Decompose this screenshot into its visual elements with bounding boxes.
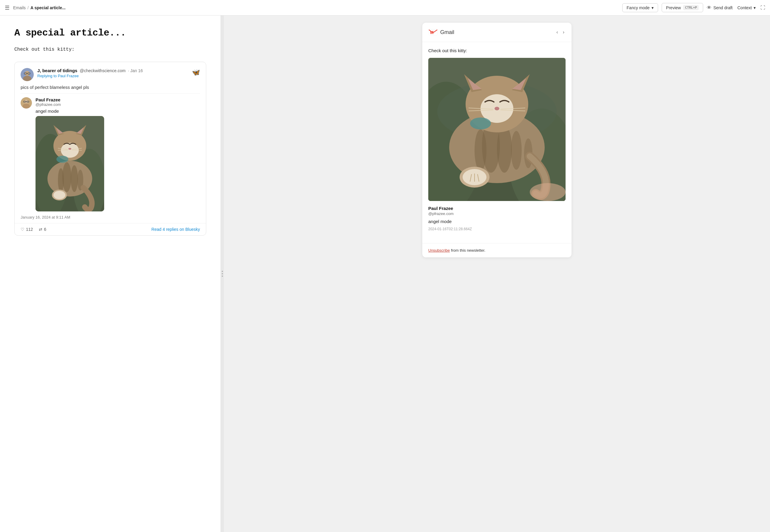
email-post-author: Paul Frazee [428,206,565,211]
outer-tweet-text: pics of perfect blameless angel pls [15,85,206,93]
main-layout: A special article... Check out this kitt… [0,16,770,532]
embed-cat-image [35,116,104,211]
svg-point-65 [470,117,491,129]
email-cat-image [428,58,565,201]
context-label: Context [737,5,752,10]
outer-date: · Jan 16 [128,68,143,73]
nested-meta: Paul Frazee @pfrazee.com angel mode [35,97,200,211]
repost-icon: ⇄ [39,227,42,232]
email-post-timestamp: 2024-01-16T02:11:28.664Z [428,227,565,231]
top-bar: ☰ Emails / A special article... Fancy mo… [0,0,770,16]
article-title[interactable]: A special article... [14,27,206,38]
tweet-meta: J, bearer of tidings @checkwithscience.c… [37,68,188,81]
svg-point-66 [530,183,565,201]
nav-arrows: ‹ › [555,28,565,36]
footer-text: from this newsletter. [450,248,485,253]
embed-card: J, bearer of tidings @checkwithscience.c… [14,62,206,236]
context-button[interactable]: Context ▾ [737,5,756,10]
svg-point-27 [68,148,71,150]
breadcrumb-emails[interactable]: Emails [13,5,26,10]
divider-dot [222,276,223,277]
outer-avatar [21,68,34,81]
eye-icon: 👁 [707,5,712,10]
svg-point-33 [53,191,65,199]
menu-icon[interactable]: ☰ [5,4,10,11]
divider-dot [222,271,223,272]
divider-dots [222,271,223,277]
preview-panel: M Gmail ‹ › Check out this kitty: [224,16,770,532]
svg-point-34 [56,156,68,163]
reposts-stat: ⇄ 6 [39,227,46,232]
bluesky-butterfly-icon: 🦋 [192,69,200,76]
next-arrow[interactable]: › [562,28,565,36]
context-chevron-icon: ▾ [754,5,756,10]
inner-avatar [21,97,32,109]
inner-author: Paul Frazee [35,97,200,102]
gmail-logo-row: M Gmail [428,27,454,37]
likes-stat: ♡ 112 [21,227,33,232]
preview-shortcut: CTRL+P [683,5,699,10]
email-post-handle: @pfrazee.com [428,211,565,216]
nested-reply: Paul Frazee @pfrazee.com angel mode [21,93,200,211]
tweet-author-row: J, bearer of tidings @checkwithscience.c… [37,68,188,73]
svg-line-29 [58,150,68,150]
gmail-logo-icon: M [428,27,438,37]
preview-label: Preview [666,5,681,10]
tweet-reply-to: Replying to Paul Frazee [37,74,188,78]
fancy-mode-label: Fancy mode [627,5,650,10]
outer-author: J, bearer of tidings [37,68,77,73]
heart-icon: ♡ [21,227,24,232]
article-intro[interactable]: Check out this kitty: [14,47,206,52]
svg-text:M: M [430,30,434,35]
breadcrumb-current: A special article... [30,5,66,10]
outer-handle: @checkwithscience.com [80,68,126,73]
embed-stats: ♡ 112 ⇄ 6 Read 4 replies on Bluesky [15,223,206,235]
gmail-label: Gmail [440,29,454,35]
fancy-mode-button[interactable]: Fancy mode ▾ [622,3,658,12]
read-replies-link[interactable]: Read 4 replies on Bluesky [151,227,200,232]
unsubscribe-link[interactable]: Unsubscribe [428,248,450,253]
email-footer: Unsubscribe from this newsletter. [422,243,571,257]
inner-handle: @pfrazee.com [35,102,200,107]
prev-arrow[interactable]: ‹ [555,28,559,36]
svg-point-19 [58,168,64,192]
likes-count: 112 [26,227,33,232]
right-actions: 👁 Send draft Context ▾ ⛶ [707,5,765,10]
svg-line-31 [72,150,82,150]
svg-point-18 [71,165,78,192]
divider-dot [222,273,223,274]
reposts-count: 6 [44,227,46,232]
email-post-text: angel mode [428,219,565,224]
preview-button[interactable]: Preview CTRL+P [662,3,704,12]
svg-point-46 [474,129,486,171]
email-header: M Gmail ‹ › [422,23,571,42]
svg-point-47 [511,131,522,170]
svg-point-55 [494,107,499,110]
send-draft-button[interactable]: 👁 Send draft [707,5,733,10]
tweet-header: J, bearer of tidings @checkwithscience.c… [15,62,206,85]
fancy-mode-chevron-icon: ▾ [652,5,654,10]
email-body: Check out this kitty: [422,42,571,243]
inner-text: angel mode [35,109,200,114]
send-draft-label: Send draft [713,5,733,10]
expand-icon[interactable]: ⛶ [760,5,765,10]
panel-divider[interactable] [221,16,224,532]
embed-timestamp: January 16, 2024 at 9:11 AM [15,215,206,223]
breadcrumb-separator: / [27,5,29,10]
breadcrumb: Emails / A special article... [13,5,66,10]
editor-panel: A special article... Check out this kitt… [0,16,221,532]
email-preview-card: M Gmail ‹ › Check out this kitty: [422,23,571,257]
email-intro-text: Check out this kitty: [428,48,565,53]
